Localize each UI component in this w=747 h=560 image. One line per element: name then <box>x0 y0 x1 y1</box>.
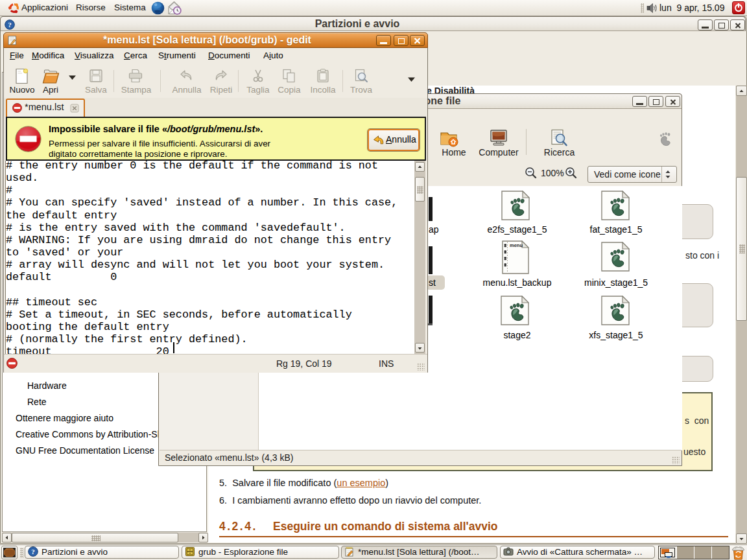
svg-text:?: ? <box>31 548 35 555</box>
svg-text:menu: menu <box>510 242 523 248</box>
